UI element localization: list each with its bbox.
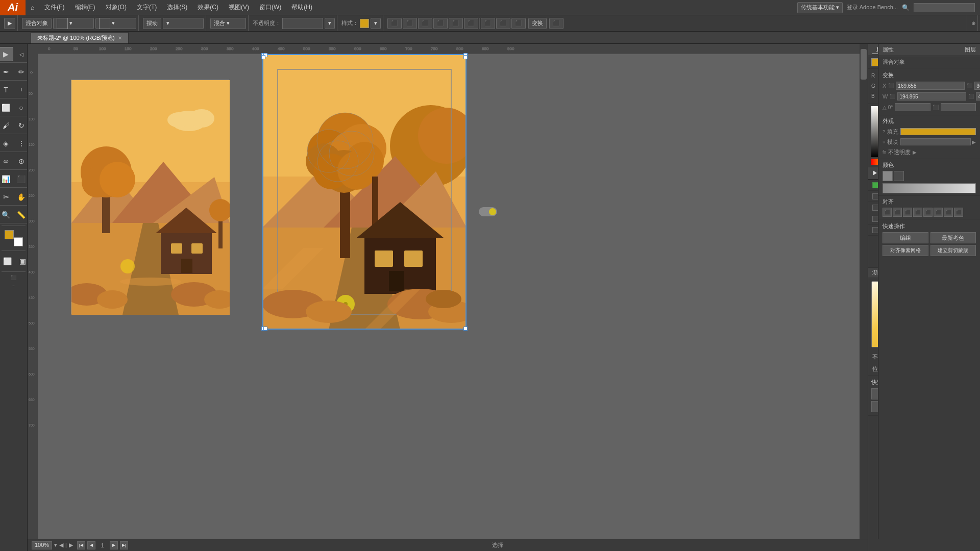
align-center-h[interactable]: ⬛ — [403, 18, 417, 29]
color-gradient-display[interactable] — [883, 183, 976, 193]
menu-select[interactable]: 选择(S) — [162, 0, 192, 15]
props-align-8[interactable]: ⬛ — [954, 208, 963, 217]
drag-type-dropdown[interactable]: ▾ — [163, 18, 204, 29]
props-align-2[interactable]: ⬛ — [893, 208, 902, 217]
object-type-dropdown[interactable]: ▾ — [95, 18, 136, 29]
canvas-area[interactable]: 0 50 100 150 200 250 300 350 400 450 500… — [28, 44, 868, 551]
mesh-tool[interactable]: ⋮ — [14, 136, 29, 151]
pencil-tool[interactable]: ✏ — [14, 65, 29, 79]
page-prev-btn[interactable]: ◀ — [87, 541, 95, 549]
props-align-1[interactable]: ⬛ — [883, 208, 892, 217]
fill-color-display[interactable] — [900, 128, 976, 135]
more-tools-btn[interactable]: ··· — [12, 283, 16, 288]
menu-window[interactable]: 窗口(W) — [254, 0, 286, 15]
menu-text[interactable]: 文字(T) — [132, 0, 162, 15]
align-left-edge[interactable]: ⬛ — [387, 18, 402, 29]
change-screen-btn[interactable]: ⬛ — [11, 275, 16, 280]
distribute-v[interactable]: ⬛ — [496, 18, 510, 29]
selection-tool-btn[interactable]: ▶ — [4, 18, 15, 29]
transform-btn[interactable]: 变换 — [528, 18, 547, 29]
bg-color-swatch[interactable] — [14, 237, 23, 246]
object-mode-dropdown[interactable]: ▾ — [53, 18, 94, 29]
color-stroke-swatch[interactable] — [894, 171, 904, 181]
toggle-btn[interactable] — [479, 207, 497, 216]
distribute-space[interactable]: ⬛ — [511, 18, 526, 29]
rotate-input[interactable] — [895, 103, 930, 111]
props-align-4[interactable]: ⬛ — [913, 208, 922, 217]
align-bottom-edge[interactable]: ⬛ — [464, 18, 478, 29]
props-align-5[interactable]: ⬛ — [923, 208, 933, 217]
stroke-value-input[interactable] — [900, 138, 971, 145]
search-icon[interactable]: 🔍 — [902, 4, 910, 11]
props-align-7[interactable]: ⬛ — [944, 208, 953, 217]
menu-file[interactable]: 文件(F) — [39, 0, 69, 15]
document-tab[interactable]: 未标题-2* @ 100% (RGB/预览) ✕ — [31, 32, 129, 43]
column-graph-tool[interactable]: 📊 — [0, 172, 13, 186]
ellipse-tool[interactable]: ○ — [14, 101, 29, 115]
fill-mode-btn[interactable]: ⬜ — [0, 254, 14, 268]
fg-color-swatch[interactable] — [5, 230, 14, 239]
opacity-arrow-icon[interactable]: ▶ — [913, 149, 917, 155]
blend-mode-dropdown[interactable]: 混合 ▾ — [210, 18, 246, 29]
workspace-dropdown[interactable]: 传统基本功能 ▾ — [797, 2, 843, 13]
gradient-tool[interactable]: ◈ — [0, 136, 13, 151]
props-mask-btn[interactable]: 建立剪切蒙版 — [930, 245, 976, 256]
menu-effect[interactable]: 效果(C) — [192, 0, 224, 15]
blend-tool[interactable]: ∞ — [0, 154, 13, 168]
h-input[interactable] — [976, 92, 980, 101]
menu-view[interactable]: 视图(V) — [224, 0, 254, 15]
props-align-3[interactable]: ⬛ — [903, 208, 912, 217]
page-first-btn[interactable]: |◀ — [77, 541, 85, 549]
zoom-tool[interactable]: 🔍 — [0, 208, 13, 222]
menu-object[interactable]: 对象(O) — [101, 0, 132, 15]
page-last-btn[interactable]: ▶| — [120, 541, 128, 549]
props-align-pixel-btn[interactable]: 对齐像素网格 — [883, 245, 928, 256]
zoom-dropdown-arrow[interactable]: ▾ — [54, 542, 57, 548]
slice-tool[interactable]: ✂ — [0, 190, 13, 204]
svg-point-100 — [426, 290, 461, 308]
zoom-value[interactable]: 100% — [32, 541, 52, 549]
color-fill-swatch[interactable] — [883, 171, 893, 181]
touch-text-tool[interactable]: Ｔ — [14, 83, 29, 97]
props-edit-btn[interactable]: 编组 — [883, 232, 928, 243]
direct-select-tool[interactable]: ◁ — [14, 47, 29, 61]
rotate-tool[interactable]: ↻ — [14, 118, 29, 133]
select-tool[interactable]: ▶ — [0, 47, 13, 61]
svg-text:600: 600 — [354, 46, 361, 51]
zoom-decrement[interactable]: ◀ — [59, 542, 63, 548]
w-input[interactable] — [897, 92, 966, 101]
paintbrush-tool[interactable]: 🖌 — [0, 118, 13, 133]
props-refresh-btn[interactable]: 最新考色 — [930, 232, 976, 243]
measure-tool[interactable]: 📏 — [14, 208, 29, 222]
x-icon: ⬛ — [888, 83, 894, 88]
x-input[interactable] — [896, 82, 965, 90]
props-align-6[interactable]: ⬛ — [934, 208, 943, 217]
align-center-v[interactable]: ⬛ — [449, 18, 463, 29]
more-btn[interactable]: ⬛ — [549, 18, 564, 29]
menu-edit[interactable]: 编辑(E) — [70, 0, 101, 15]
y-input[interactable] — [974, 82, 980, 90]
scrollbar-vertical[interactable] — [860, 44, 868, 543]
scale-input[interactable] — [941, 103, 976, 111]
home-icon[interactable]: ⌂ — [26, 0, 39, 15]
distribute-h[interactable]: ⬛ — [481, 18, 495, 29]
zoom-increment[interactable]: ▶ — [69, 542, 73, 548]
color-indicator[interactable] — [5, 230, 23, 246]
tab-close-btn[interactable]: ✕ — [118, 35, 122, 41]
align-right-edge[interactable]: ⬛ — [418, 18, 432, 29]
svg-text:900: 900 — [507, 46, 514, 51]
pen-tool[interactable]: ✒ — [0, 65, 13, 79]
style-arrow[interactable]: ▾ — [371, 18, 381, 29]
stroke-arrow-icon[interactable]: ▶ — [972, 139, 976, 145]
drag-btn[interactable]: 摆动 — [143, 18, 161, 29]
rectangle-tool[interactable]: ⬜ — [0, 101, 13, 115]
artboard-tool[interactable]: ⬛ — [14, 172, 29, 186]
symbol-tool[interactable]: ⊛ — [14, 154, 29, 168]
page-next-btn[interactable]: ▶ — [110, 541, 118, 549]
align-top-edge[interactable]: ⬛ — [433, 18, 448, 29]
hand-tool[interactable]: ✋ — [14, 190, 29, 204]
svg-text:0: 0 — [30, 71, 33, 73]
opacity-arrow[interactable]: ▾ — [325, 18, 335, 29]
text-tool[interactable]: T — [0, 83, 13, 97]
menu-help[interactable]: 帮助(H) — [286, 0, 317, 15]
